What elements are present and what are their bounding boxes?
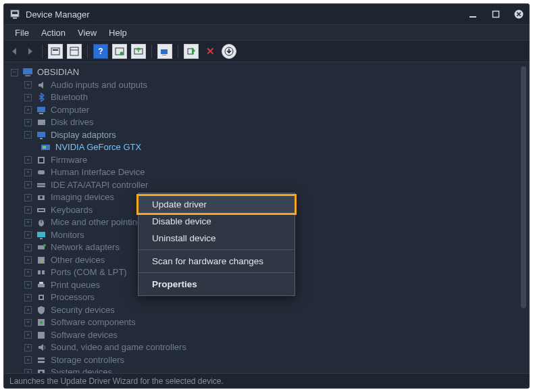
category-icon (36, 130, 47, 140)
svg-rect-45 (42, 270, 45, 274)
expander-icon[interactable]: + (24, 81, 32, 89)
expander-icon[interactable]: + (24, 156, 32, 164)
expander-icon[interactable]: + (24, 331, 32, 339)
minimize-button[interactable] (468, 9, 478, 19)
tree-category-label: Network adapters (51, 241, 120, 254)
window-title: Device Manager (26, 9, 468, 20)
expander-icon[interactable]: + (24, 194, 32, 201)
tree-category[interactable]: +Software devices (11, 329, 526, 342)
expander-icon[interactable]: + (24, 206, 32, 214)
svg-rect-4 (493, 11, 499, 18)
svg-rect-38 (37, 232, 45, 237)
toolbar: ? ✕ (4, 41, 529, 62)
toolbar-view-button[interactable] (67, 44, 82, 59)
tree-category[interactable]: +Computer (11, 104, 526, 117)
tree-category-label: Sound, video and game controllers (51, 341, 186, 354)
nav-back-button[interactable] (8, 44, 20, 59)
menu-action[interactable]: Action (36, 26, 71, 39)
expander-icon[interactable]: + (24, 306, 32, 314)
expander-icon[interactable]: + (24, 94, 32, 101)
expander-icon[interactable]: + (24, 281, 32, 289)
tree-category-label: Imaging devices (51, 191, 114, 204)
tree-category[interactable]: +Firmware (11, 154, 526, 167)
tree-category[interactable]: +Sound, video and game controllers (11, 341, 526, 354)
scrollbar-thumb[interactable] (521, 66, 526, 308)
expander-icon[interactable]: + (24, 231, 32, 239)
svg-rect-8 (70, 47, 78, 55)
tree-root[interactable]: − OBSIDIAN (11, 66, 526, 79)
category-icon (36, 168, 47, 177)
expander-icon[interactable]: + (24, 169, 32, 176)
statusbar: Launches the Update Driver Wizard for th… (4, 373, 529, 388)
ctx-properties[interactable]: Properties (138, 276, 295, 293)
tree-category[interactable]: +System devices (11, 366, 526, 373)
expander-icon[interactable]: + (24, 369, 32, 373)
menu-file[interactable]: File (9, 26, 34, 39)
close-button[interactable] (514, 9, 524, 19)
expander-icon[interactable]: + (24, 319, 32, 326)
toolbar-update-button[interactable] (131, 44, 146, 59)
ctx-divider (138, 249, 295, 250)
tree-category[interactable]: +Human Interface Device (11, 166, 526, 179)
nav-forward-button[interactable] (24, 44, 36, 59)
toolbar-properties-button[interactable] (48, 44, 63, 59)
expander-icon[interactable]: + (24, 119, 32, 126)
toolbar-help-button[interactable]: ? (93, 44, 108, 59)
expander-icon[interactable]: + (24, 106, 32, 114)
context-menu: Update driver Disable device Uninstall d… (138, 193, 295, 296)
category-icon (36, 118, 47, 127)
expander-icon[interactable]: + (24, 244, 32, 251)
vertical-scrollbar[interactable] (521, 66, 526, 369)
tree-category-label: System devices (51, 366, 112, 373)
tree-category-label: Storage controllers (51, 354, 124, 367)
category-icon (36, 230, 47, 240)
tree-category[interactable]: +Audio inputs and outputs (11, 79, 526, 92)
tree-category-label: Computer (51, 104, 89, 117)
toolbar-separator (42, 45, 43, 58)
menu-help[interactable]: Help (103, 26, 132, 39)
expander-icon[interactable]: − (24, 131, 32, 139)
tree-category[interactable]: +Disk drives (11, 116, 526, 129)
svg-rect-35 (39, 210, 44, 211)
ctx-update-driver[interactable]: Update driver (138, 196, 295, 213)
device-tree-area: − OBSIDIAN +Audio inputs and outputs+Blu… (4, 62, 529, 373)
expander-icon[interactable]: + (24, 294, 32, 301)
expander-icon[interactable]: + (24, 256, 32, 264)
tree-category[interactable]: +Storage controllers (11, 354, 526, 367)
tree-category[interactable]: −Display adaptors (11, 129, 526, 142)
maximize-button[interactable] (491, 9, 501, 19)
toolbar-scan-button[interactable] (157, 44, 172, 59)
toolbar-uninstall-button[interactable] (222, 44, 236, 59)
expander-icon[interactable]: + (24, 356, 32, 364)
tree-category-label: Disk drives (51, 116, 94, 129)
tree-device-selected[interactable]: NVIDIA GeForce GTX (11, 141, 526, 154)
toolbar-refresh-button[interactable] (112, 44, 127, 59)
ctx-scan-hardware[interactable]: Scan for hardware changes (138, 253, 295, 270)
toolbar-disable-button[interactable]: ✕ (203, 44, 218, 59)
ctx-disable-device[interactable]: Disable device (138, 213, 295, 230)
toolbar-separator (87, 45, 88, 58)
svg-rect-19 (37, 107, 45, 112)
tree-category-label: Processors (51, 291, 95, 304)
titlebar[interactable]: Device Manager (4, 4, 529, 24)
toolbar-enable-button[interactable] (184, 44, 199, 59)
toolbar-separator (151, 45, 152, 58)
expander-icon[interactable]: + (24, 269, 32, 276)
menu-view[interactable]: View (72, 26, 102, 39)
tree-category[interactable]: +Bluetooth (11, 91, 526, 104)
category-icon (36, 343, 47, 352)
tree-category[interactable]: +Security devices (11, 304, 526, 317)
expander-icon[interactable]: + (24, 344, 32, 351)
expander-icon[interactable]: + (24, 219, 32, 226)
tree-category[interactable]: +IDE ATA/ATAPI controller (11, 179, 526, 192)
svg-rect-54 (38, 361, 45, 363)
svg-rect-24 (40, 138, 43, 139)
category-icon (36, 155, 47, 165)
ctx-uninstall-device[interactable]: Uninstall device (138, 230, 295, 247)
expander-icon[interactable]: − (11, 69, 18, 76)
tree-category[interactable]: +Software components (11, 316, 526, 329)
svg-rect-20 (39, 113, 43, 114)
category-icon: ? (36, 255, 47, 265)
expander-icon[interactable]: + (24, 181, 32, 189)
category-icon (36, 280, 47, 290)
